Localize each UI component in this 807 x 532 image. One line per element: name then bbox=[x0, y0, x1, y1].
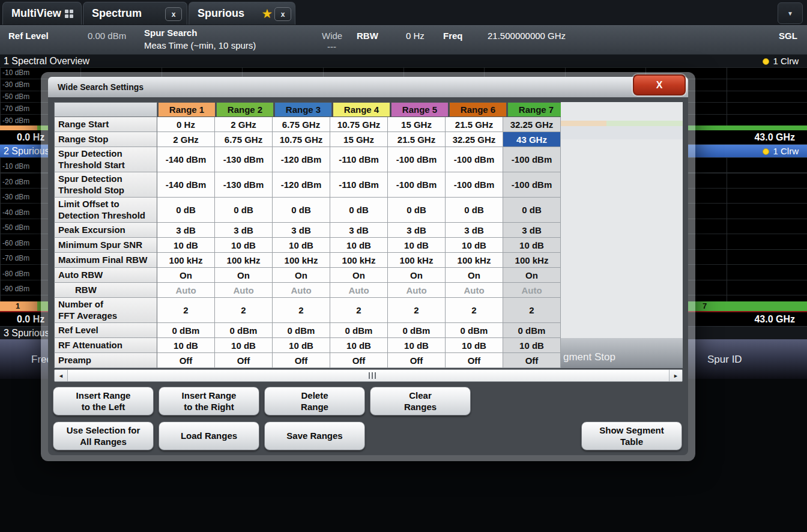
table-cell-r12-c6[interactable]: 10 dB bbox=[446, 338, 503, 353]
delete-range-button[interactable]: Delete Range bbox=[264, 387, 365, 416]
table-cell-r7-c6[interactable]: 100 kHz bbox=[446, 253, 503, 268]
scrollbar-grip[interactable] bbox=[369, 372, 376, 379]
table-cell-r4-c4[interactable]: 0 dB bbox=[330, 198, 388, 223]
table-cell-r1-c7[interactable]: 43 GHz bbox=[503, 132, 561, 147]
table-cell-r7-c3[interactable]: 100 kHz bbox=[273, 253, 330, 268]
table-cell-r10-c2[interactable]: 2 bbox=[215, 298, 273, 323]
table-cell-r5-c1[interactable]: 3 dB bbox=[157, 223, 215, 238]
table-cell-r13-c4[interactable]: Off bbox=[330, 353, 388, 368]
table-cell-r6-c5[interactable]: 10 dB bbox=[388, 238, 446, 253]
table-cell-r0-c6[interactable]: 21.5 GHz bbox=[446, 117, 503, 132]
table-cell-r3-c6[interactable]: -100 dBm bbox=[446, 172, 503, 198]
table-cell-r6-c6[interactable]: 10 dB bbox=[446, 238, 503, 253]
table-cell-r0-c1[interactable]: 0 Hz bbox=[157, 117, 215, 132]
table-cell-r8-c7[interactable]: On bbox=[503, 268, 561, 283]
table-cell-r9-c2[interactable]: Auto bbox=[215, 283, 273, 298]
tab-spectrum-close-button[interactable]: x bbox=[165, 7, 182, 21]
table-cell-r3-c1[interactable]: -140 dBm bbox=[157, 172, 215, 198]
scroll-right-arrow-icon[interactable]: ► bbox=[669, 370, 682, 381]
freq-value[interactable]: 21.500000000 GHz bbox=[488, 31, 566, 41]
tab-multiview[interactable]: MultiView bbox=[2, 2, 82, 25]
table-cell-r1-c4[interactable]: 15 GHz bbox=[330, 132, 388, 147]
table-cell-r6-c3[interactable]: 10 dB bbox=[273, 238, 330, 253]
table-cell-r7-c2[interactable]: 100 kHz bbox=[215, 253, 273, 268]
insert-range-right-button[interactable]: Insert Range to the Right bbox=[159, 387, 259, 416]
table-cell-r4-c6[interactable]: 0 dB bbox=[446, 198, 503, 223]
table-cell-r13-c1[interactable]: Off bbox=[157, 353, 215, 368]
table-cell-r5-c5[interactable]: 3 dB bbox=[388, 223, 446, 238]
table-cell-r12-c3[interactable]: 10 dB bbox=[273, 338, 330, 353]
table-cell-r6-c4[interactable]: 10 dB bbox=[330, 238, 388, 253]
dialog-title[interactable]: Wide Search Settings bbox=[48, 77, 688, 97]
table-cell-r6-c1[interactable]: 10 dB bbox=[157, 238, 215, 253]
table-cell-r3-c7[interactable]: -100 dBm bbox=[503, 172, 561, 198]
table-cell-r0-c3[interactable]: 6.75 GHz bbox=[273, 117, 330, 132]
tab-spurious[interactable]: Spurious ★ x bbox=[189, 2, 295, 25]
table-cell-r11-c6[interactable]: 0 dBm bbox=[446, 323, 503, 338]
table-cell-r11-c1[interactable]: 0 dBm bbox=[157, 323, 215, 338]
table-cell-r11-c4[interactable]: 0 dBm bbox=[330, 323, 388, 338]
table-cell-r7-c4[interactable]: 100 kHz bbox=[330, 253, 388, 268]
table-cell-r8-c1[interactable]: On bbox=[157, 268, 215, 283]
table-cell-r10-c5[interactable]: 2 bbox=[388, 298, 446, 323]
table-cell-r10-c1[interactable]: 2 bbox=[157, 298, 215, 323]
table-cell-r4-c5[interactable]: 0 dB bbox=[388, 198, 446, 223]
window-menu-dropdown-button[interactable]: ▼ bbox=[778, 2, 803, 24]
save-ranges-button[interactable]: Save Ranges bbox=[264, 422, 365, 450]
table-cell-r9-c1[interactable]: Auto bbox=[157, 283, 215, 298]
table-cell-r10-c3[interactable]: 2 bbox=[273, 298, 330, 323]
table-cell-r9-c4[interactable]: Auto bbox=[330, 283, 388, 298]
table-cell-r13-c2[interactable]: Off bbox=[215, 353, 273, 368]
table-cell-r3-c5[interactable]: -100 dBm bbox=[388, 172, 446, 198]
table-cell-r0-c2[interactable]: 2 GHz bbox=[215, 117, 273, 132]
table-cell-r1-c3[interactable]: 10.75 GHz bbox=[273, 132, 330, 147]
table-cell-r0-c5[interactable]: 15 GHz bbox=[388, 117, 446, 132]
table-cell-r5-c6[interactable]: 3 dB bbox=[446, 223, 503, 238]
table-cell-r2-c1[interactable]: -140 dBm bbox=[157, 147, 215, 172]
table-cell-r13-c7[interactable]: Off bbox=[503, 353, 561, 368]
table-cell-r10-c4[interactable]: 2 bbox=[330, 298, 388, 323]
tab-spectrum[interactable]: Spectrum x bbox=[83, 2, 187, 25]
table-cell-r12-c7[interactable]: 10 dB bbox=[503, 338, 561, 353]
table-cell-r8-c2[interactable]: On bbox=[215, 268, 273, 283]
show-segment-table-button[interactable]: Show Segment Table bbox=[581, 422, 682, 450]
table-cell-r1-c5[interactable]: 21.5 GHz bbox=[388, 132, 446, 147]
column-header-range-3[interactable]: Range 3 bbox=[274, 102, 332, 117]
table-cell-r3-c3[interactable]: -120 dBm bbox=[273, 172, 330, 198]
insert-range-left-button[interactable]: Insert Range to the Left bbox=[53, 387, 154, 416]
table-cell-r5-c7[interactable]: 3 dB bbox=[503, 223, 561, 238]
table-cell-r5-c3[interactable]: 3 dB bbox=[273, 223, 330, 238]
table-cell-r11-c5[interactable]: 0 dBm bbox=[388, 323, 446, 338]
clear-ranges-button[interactable]: Clear Ranges bbox=[370, 387, 471, 416]
ref-level-value[interactable]: 0.00 dBm bbox=[88, 31, 126, 41]
window1-titlebar[interactable]: 1 Spectral Overview 1 Clrw bbox=[0, 54, 807, 67]
table-cell-r8-c6[interactable]: On bbox=[446, 268, 503, 283]
table-cell-r2-c4[interactable]: -110 dBm bbox=[330, 147, 388, 172]
table-cell-r4-c2[interactable]: 0 dB bbox=[215, 198, 273, 223]
rbw-value[interactable]: 0 Hz bbox=[406, 31, 425, 41]
table-cell-r4-c1[interactable]: 0 dB bbox=[157, 198, 215, 223]
table-cell-r12-c4[interactable]: 10 dB bbox=[330, 338, 388, 353]
table-cell-r4-c3[interactable]: 0 dB bbox=[273, 198, 330, 223]
h-scrollbar[interactable]: ◄ ► bbox=[54, 369, 683, 382]
table-cell-r2-c6[interactable]: -100 dBm bbox=[446, 147, 503, 172]
use-selection-all-ranges-button[interactable]: Use Selection for All Ranges bbox=[53, 422, 154, 450]
table-cell-r1-c2[interactable]: 6.75 GHz bbox=[215, 132, 273, 147]
table-cell-r12-c5[interactable]: 10 dB bbox=[388, 338, 446, 353]
table-cell-r10-c7[interactable]: 2 bbox=[503, 298, 561, 323]
scroll-left-arrow-icon[interactable]: ◄ bbox=[55, 370, 68, 381]
table-cell-r11-c3[interactable]: 0 dBm bbox=[273, 323, 330, 338]
table-cell-r8-c4[interactable]: On bbox=[330, 268, 388, 283]
table-cell-r2-c5[interactable]: -100 dBm bbox=[388, 147, 446, 172]
table-cell-r13-c5[interactable]: Off bbox=[388, 353, 446, 368]
table-cell-r7-c1[interactable]: 100 kHz bbox=[157, 253, 215, 268]
table-cell-r5-c2[interactable]: 3 dB bbox=[215, 223, 273, 238]
column-header-range-4[interactable]: Range 4 bbox=[333, 102, 390, 117]
table-cell-r4-c7[interactable]: 0 dB bbox=[503, 198, 561, 223]
table-cell-r9-c6[interactable]: Auto bbox=[446, 283, 503, 298]
table-cell-r7-c5[interactable]: 100 kHz bbox=[388, 253, 446, 268]
table-cell-r1-c6[interactable]: 32.25 GHz bbox=[446, 132, 503, 147]
load-ranges-button[interactable]: Load Ranges bbox=[159, 422, 259, 450]
table-cell-r7-c7[interactable]: 100 kHz bbox=[503, 253, 561, 268]
column-header-range-7[interactable]: Range 7 bbox=[507, 102, 565, 117]
